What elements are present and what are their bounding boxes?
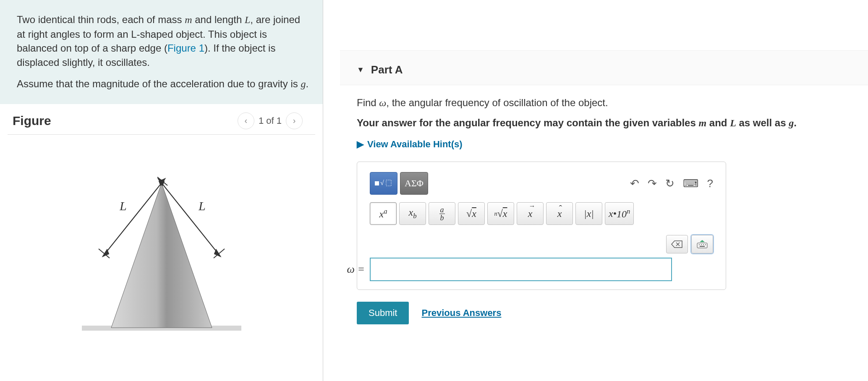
prompt-text: Two identical thin rods, each of mass [17, 14, 185, 25]
var-omega: ω [379, 97, 386, 108]
svg-rect-13 [697, 243, 707, 248]
figure-link[interactable]: Figure 1 [167, 42, 204, 54]
prompt-text: and length [192, 14, 245, 25]
svg-rect-10 [386, 180, 391, 186]
template-subscript-button[interactable]: xb [399, 202, 426, 225]
figure-title: Figure [13, 114, 51, 128]
template-sci-button[interactable]: x • 10n [605, 202, 634, 225]
template-abs-button[interactable]: |x| [575, 202, 602, 225]
part-title: Part A [371, 63, 403, 76]
template-superscript-button[interactable]: xa [370, 202, 397, 225]
figure-image: L L [0, 135, 323, 336]
rod-label-left: L [119, 199, 127, 213]
template-fraction-button[interactable]: ab [429, 202, 455, 225]
svg-rect-8 [375, 181, 379, 185]
answer-hint-text: Your answer for the angular frequency ma… [357, 117, 851, 129]
redo-icon[interactable]: ↷ [648, 177, 657, 190]
answer-input[interactable] [370, 258, 672, 281]
figure-header: Figure ‹ 1 of 1 › [8, 104, 315, 135]
part-header[interactable]: ▼ Part A [340, 50, 868, 85]
figure-prev-button[interactable]: ‹ [238, 112, 254, 129]
left-panel: Two identical thin rods, each of mass m … [0, 0, 323, 381]
var-L: L [245, 14, 250, 25]
figure-next-button[interactable]: › [286, 112, 303, 129]
greek-mode-button[interactable]: ΑΣΦ [400, 172, 428, 195]
template-nroot-button[interactable]: n√x [487, 202, 514, 225]
svg-point-17 [705, 244, 706, 245]
instruction-text: Find ω, the angular frequency of oscilla… [357, 97, 851, 109]
svg-point-16 [703, 244, 704, 245]
submit-button[interactable]: Submit [357, 302, 409, 324]
template-hat-button[interactable]: x [546, 202, 573, 225]
submit-row: Submit Previous Answers [357, 302, 851, 324]
svg-text:√: √ [380, 179, 384, 186]
figure-svg: L L [73, 160, 250, 336]
rod-label-right: L [198, 199, 206, 213]
template-sqrt-button[interactable]: √x [458, 202, 485, 225]
input-controls-row [370, 235, 713, 253]
svg-rect-18 [700, 246, 705, 247]
svg-point-15 [701, 244, 702, 245]
undo-icon[interactable]: ↶ [630, 177, 639, 190]
prompt-text: . [306, 78, 309, 89]
prompt-text: Assume that the magnitude of the acceler… [17, 78, 301, 89]
hints-link-label: View Available Hint(s) [367, 139, 463, 150]
math-mode-button[interactable]: √ [370, 172, 397, 195]
answer-label: ω = [338, 263, 365, 276]
problem-prompt: Two identical thin rods, each of mass m … [0, 0, 323, 104]
part-body: Find ω, the angular frequency of oscilla… [340, 85, 868, 324]
reset-icon[interactable]: ↻ [665, 177, 675, 190]
var-g: g [301, 78, 306, 89]
svg-point-14 [699, 244, 700, 245]
figure-counter: 1 of 1 [259, 115, 282, 126]
right-panel: ▼ Part A Find ω, the angular frequency o… [323, 0, 868, 381]
var-m: m [185, 14, 192, 25]
view-hints-link[interactable]: ▶ View Available Hint(s) [357, 139, 463, 150]
answer-line: ω = [338, 258, 713, 281]
toolbar-row: √ ΑΣΦ ↶ ↷ ↻ ⌨ ? [370, 172, 713, 195]
collapse-caret-icon: ▼ [357, 65, 364, 74]
previous-answers-link[interactable]: Previous Answers [421, 308, 501, 318]
keyboard-icon[interactable]: ⌨ [683, 177, 699, 190]
caret-right-icon: ▶ [357, 139, 364, 150]
keyboard-toggle-button[interactable] [691, 235, 713, 253]
template-row: xa xb ab √x n√x x x |x| x • 10n [370, 202, 713, 225]
answer-box: √ ΑΣΦ ↶ ↷ ↻ ⌨ ? xa xb ab [357, 162, 726, 290]
help-icon[interactable]: ? [707, 177, 713, 190]
backspace-button[interactable] [666, 235, 688, 253]
figure-nav: ‹ 1 of 1 › [238, 112, 303, 129]
template-vector-button[interactable]: x [517, 202, 544, 225]
